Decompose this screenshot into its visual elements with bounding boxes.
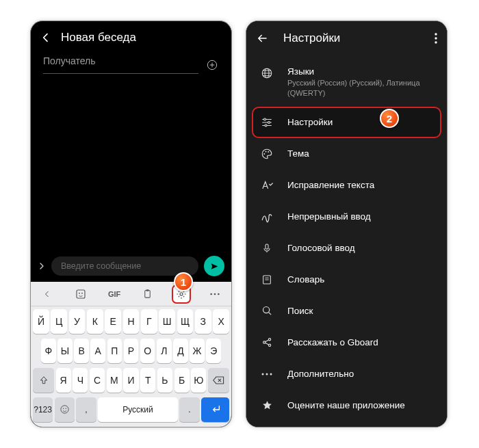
svg-point-18 [264,118,266,120]
key[interactable]: Г [141,309,157,334]
comma-key[interactable]: , [76,397,96,422]
settings-item-dictionary[interactable]: Словарь [252,264,441,295]
gif-button[interactable]: GIF [105,285,124,304]
palette-icon [260,147,274,161]
settings-item-label: Поиск [287,306,313,316]
key[interactable]: Л [157,339,172,363]
callout-badge-2: 2 [380,109,399,128]
svg-point-27 [263,341,265,343]
svg-point-2 [79,292,80,293]
settings-item-label: Исправление текста [287,180,374,190]
key[interactable]: И [123,368,138,393]
svg-point-15 [435,41,437,43]
key[interactable]: Н [123,309,140,334]
keyboard-row-3: Я Ч С М И Т Ь Б Ю [31,365,231,395]
message-input[interactable]: Введите сообщение [51,256,198,276]
key[interactable]: Ф [41,339,56,363]
key[interactable]: О [140,339,155,363]
emoji-key[interactable] [55,397,75,422]
key[interactable]: Ы [57,339,73,363]
svg-point-32 [270,373,272,375]
enter-key[interactable] [201,397,229,422]
settings-item-label: Словарь [287,274,324,285]
settings-item-languages[interactable]: Языки Русский (Россия) (Русский), Латини… [252,60,441,107]
dot-key[interactable]: . [179,397,199,422]
book-icon [260,273,274,287]
settings-screen: Настройки Языки Русский (Россия) (Русски… [246,21,448,427]
overflow-icon[interactable] [435,33,437,44]
key[interactable]: Щ [177,309,194,334]
more-icon[interactable] [205,285,224,304]
key[interactable]: Б [174,368,190,393]
key[interactable]: У [69,309,86,334]
key[interactable]: Х [213,309,229,334]
settings-item-search[interactable]: Поиск [252,295,441,327]
key[interactable]: Т [140,368,155,393]
svg-point-13 [435,33,437,35]
symbols-key[interactable]: ?123 [33,397,53,422]
key[interactable]: В [74,339,89,363]
key[interactable]: Ш [159,309,175,334]
svg-rect-4 [145,291,151,298]
key[interactable]: Ц [51,309,67,334]
star-icon [260,399,274,412]
svg-rect-1 [77,290,85,298]
svg-point-22 [266,150,267,152]
clipboard-icon[interactable] [138,285,157,304]
send-button[interactable] [204,256,224,276]
settings-list: Языки Русский (Россия) (Русский), Латини… [246,55,447,427]
key[interactable]: Ж [190,339,205,363]
key[interactable]: К [87,309,103,334]
svg-point-19 [268,121,270,123]
key[interactable]: Ч [73,368,88,393]
messaging-header: Новая беседа [31,21,231,49]
key[interactable]: Ь [157,368,172,393]
key[interactable]: М [107,368,122,393]
back-icon[interactable] [40,32,51,43]
key[interactable]: Й [33,309,49,334]
key[interactable]: Д [173,339,188,363]
key[interactable]: Е [105,309,121,334]
key[interactable]: С [90,368,105,393]
key[interactable]: Ю [191,368,206,393]
svg-point-21 [263,153,265,155]
message-body [31,77,231,252]
add-recipient-icon[interactable] [205,58,219,72]
settings-item-advanced[interactable]: Дополнительно [252,358,441,390]
recipient-input[interactable]: Получатель [43,55,198,74]
space-key[interactable]: Русский [98,397,178,422]
svg-point-10 [61,406,68,413]
svg-point-12 [65,408,66,410]
svg-point-8 [213,293,216,295]
callout-badge-1: 1 [174,272,193,291]
expand-icon[interactable] [38,262,46,270]
shift-key[interactable] [33,368,54,393]
settings-item-voice[interactable]: Голосовой ввод [252,233,441,264]
key[interactable]: А [90,339,105,363]
settings-title: Настройки [283,31,419,45]
key[interactable]: Я [56,368,71,393]
key[interactable]: Э [206,339,221,363]
settings-item-text-correction[interactable]: Исправление текста [252,170,441,201]
messaging-title: Новая беседа [61,31,136,44]
settings-item-preferences[interactable]: Настройки [252,107,441,138]
globe-icon [260,66,274,80]
settings-item-glide-typing[interactable]: Непрерывный ввод [252,201,441,233]
backspace-key[interactable] [208,368,229,393]
svg-point-26 [263,307,269,313]
key[interactable]: Р [124,339,139,363]
key[interactable]: П [107,339,122,363]
message-input-row: Введите сообщение [31,252,231,282]
settings-item-label: Тема [287,148,309,159]
recipient-row: Получатель [31,49,231,77]
settings-item-share[interactable]: Расскажать о Gboard [252,327,441,358]
settings-item-theme[interactable]: Тема [252,138,441,170]
svg-point-29 [268,344,270,346]
settings-item-rate[interactable]: Оцените наше приложение [252,390,441,421]
chevron-left-icon[interactable] [38,285,57,304]
keyboard-row-2: Ф Ы В А П Р О Л Д Ж Э [31,336,231,365]
back-icon[interactable] [256,32,268,44]
svg-point-30 [262,373,264,375]
key[interactable]: З [195,309,211,334]
sticker-icon[interactable] [71,285,90,304]
